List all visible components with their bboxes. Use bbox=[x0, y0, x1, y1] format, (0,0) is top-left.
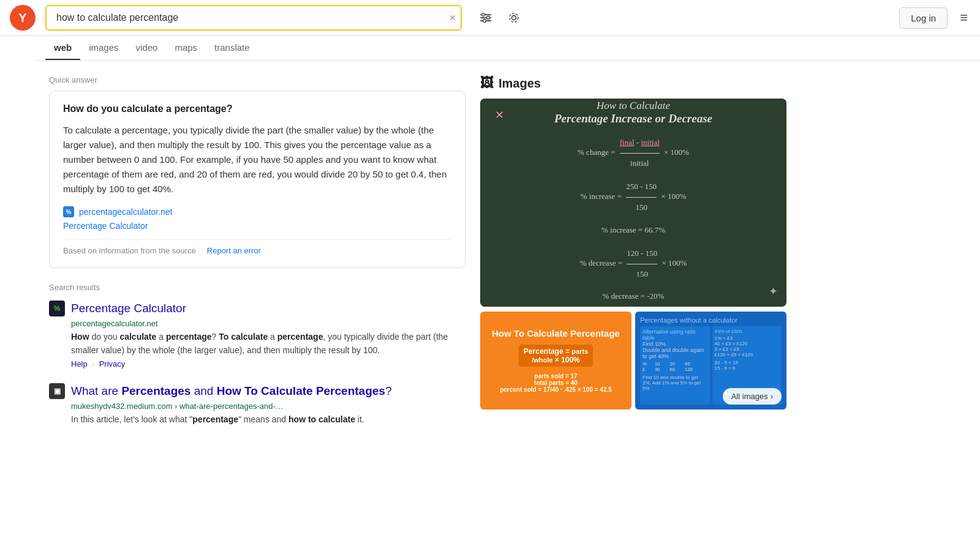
images-label: Images bbox=[499, 77, 541, 91]
bottom-image-orange[interactable]: How To Calculate Percentage Percentage =… bbox=[480, 312, 631, 410]
header-icons bbox=[477, 9, 523, 27]
decorative-cross: ✕ bbox=[495, 108, 504, 122]
orange-img-content: How To Calculate Percentage Percentage =… bbox=[480, 312, 631, 410]
result-item-1: % Percentage Calculator percentagecalcul… bbox=[49, 301, 466, 368]
chalk-title: How to Calculate Percentage Increase or … bbox=[554, 100, 712, 125]
qa-body: To calculate a percentage, you typically… bbox=[63, 123, 451, 196]
tab-images[interactable]: images bbox=[80, 36, 127, 60]
left-column: Quick answer How do you calculate a perc… bbox=[49, 75, 466, 441]
quick-answer-label: Quick answer bbox=[49, 75, 466, 84]
result-2-title[interactable]: What are Percentages and How To Calculat… bbox=[71, 384, 391, 398]
login-button[interactable]: Log in bbox=[899, 7, 948, 29]
result-1-privacy-link[interactable]: Privacy bbox=[99, 359, 126, 368]
header: Y × Log in ≡ bbox=[0, 0, 980, 36]
qa-footer: Based on information from the source Rep… bbox=[63, 239, 451, 255]
quick-answer-box: How do you calculate a percentage? To ca… bbox=[49, 91, 466, 268]
result-1-help-link[interactable]: Help bbox=[71, 359, 88, 368]
nav-tabs: web images video maps translate bbox=[36, 36, 980, 61]
result-1-favicon: % bbox=[49, 301, 65, 316]
images-emoji: 🖼 bbox=[480, 75, 494, 91]
result-1-snippet: How do you calculate a percentage? To ca… bbox=[71, 331, 466, 357]
orange-img-title: How To Calculate Percentage bbox=[492, 328, 620, 338]
result-1-title[interactable]: Percentage Calculator bbox=[71, 302, 186, 315]
bottom-images-row: How To Calculate Percentage Percentage =… bbox=[480, 312, 786, 410]
result-2-header: ▣ What are Percentages and How To Calcul… bbox=[49, 383, 466, 399]
search-input[interactable] bbox=[45, 5, 462, 31]
orange-formula: Percentage = parts/whole × 100% bbox=[519, 345, 593, 367]
yandex-logo[interactable]: Y bbox=[10, 5, 36, 31]
settings-icon-button[interactable] bbox=[505, 9, 523, 27]
main-content: Quick answer How do you calculate a perc… bbox=[0, 61, 858, 456]
images-section: 🖼 Images How to Calculate Percentage Inc… bbox=[480, 75, 786, 410]
result-1-header: % Percentage Calculator bbox=[49, 301, 466, 316]
svg-point-4 bbox=[487, 17, 490, 20]
qa-question: How do you calculate a percentage? bbox=[63, 103, 451, 114]
blue-img-title: Percentages without a calculator bbox=[640, 316, 782, 324]
filter-icon bbox=[479, 11, 492, 24]
tab-translate[interactable]: translate bbox=[206, 36, 258, 60]
all-images-button[interactable]: All images › bbox=[723, 388, 782, 405]
result-2-snippet: In this article, let's look at what "per… bbox=[71, 413, 466, 427]
qa-source-row: % percentagecalculator.net bbox=[63, 206, 451, 217]
images-header: 🖼 Images bbox=[480, 75, 786, 91]
svg-point-7 bbox=[510, 13, 518, 22]
tab-maps[interactable]: maps bbox=[166, 36, 206, 60]
bottom-image-blue[interactable]: Percentages without a calculator Alterna… bbox=[635, 312, 786, 410]
filter-icon-button[interactable] bbox=[477, 9, 495, 27]
chalk-formulas: % change = final - initial initial × 100… bbox=[578, 134, 689, 305]
svg-point-6 bbox=[512, 16, 516, 20]
tab-web[interactable]: web bbox=[45, 36, 80, 60]
header-right: Log in ≡ bbox=[899, 7, 970, 29]
main-image-container[interactable]: How to Calculate Percentage Increase or … bbox=[480, 99, 786, 307]
orange-example: parts sold = 17 total parts = 40 percent… bbox=[500, 373, 612, 393]
search-clear-button[interactable]: × bbox=[449, 12, 456, 23]
search-results-label: Search results bbox=[49, 283, 466, 292]
result-2-url: mukeshydv432.medium.com › what-are-perce… bbox=[71, 402, 466, 411]
result-item-2: ▣ What are Percentages and How To Calcul… bbox=[49, 383, 466, 427]
right-column: 🖼 Images How to Calculate Percentage Inc… bbox=[480, 75, 786, 441]
result-2-favicon: ▣ bbox=[49, 383, 65, 399]
search-bar-wrapper: × bbox=[45, 5, 462, 31]
svg-point-3 bbox=[482, 13, 485, 17]
tab-video[interactable]: video bbox=[127, 36, 167, 60]
source-url[interactable]: percentagecalculator.net bbox=[79, 207, 173, 217]
chalkboard-image: How to Calculate Percentage Increase or … bbox=[480, 99, 786, 307]
decorative-star: ✦ bbox=[769, 285, 778, 298]
svg-point-5 bbox=[483, 20, 486, 23]
settings-icon bbox=[507, 11, 521, 24]
source-favicon: % bbox=[63, 206, 74, 217]
result-1-url: percentagecalculator.net bbox=[71, 319, 466, 328]
result-1-links: Help · Privacy bbox=[71, 359, 466, 368]
source-link[interactable]: Percentage Calculator bbox=[63, 221, 451, 231]
hamburger-menu-button[interactable]: ≡ bbox=[957, 7, 970, 28]
report-error-link[interactable]: Report an error bbox=[207, 246, 261, 255]
blue-col-1: Alternative using ratio table Find 10% D… bbox=[640, 326, 710, 405]
